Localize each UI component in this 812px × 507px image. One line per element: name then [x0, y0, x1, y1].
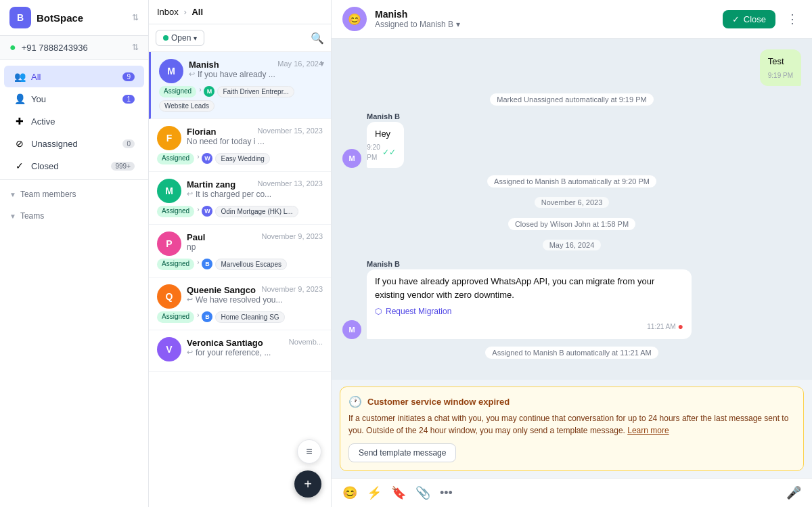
mic-icon[interactable]: 🎤 [786, 485, 801, 500]
open-filter-label: Open [171, 33, 191, 43]
inbox-preview-martin: ↩ It is charged per co... [187, 190, 323, 199]
sidebar-item-unassigned[interactable]: ⊘ Unassigned 0 [4, 133, 144, 154]
attachment-icon[interactable]: 📎 [415, 485, 430, 500]
sidebar-item-closed[interactable]: ✓ Closed 999+ [4, 155, 144, 177]
inbox-tags-manish: Assigned › M Faith Driven Entrepr... Web… [159, 86, 323, 112]
inbox-name-florian: Florian [187, 127, 216, 137]
tag-arrow-martin: › [197, 206, 199, 217]
teams-section: ▼ Teams [0, 204, 148, 226]
inbox-item-manish[interactable]: M Manish May 16, 2024 ↩ If you have alre… [149, 52, 331, 119]
teams-chevron-icon: ▼ [9, 213, 16, 220]
system-text-assigned-1121: Assigned to Manish B automatically at 11… [485, 347, 658, 359]
msg-avatar-manishb2: M [342, 320, 361, 339]
emoji-icon[interactable]: 😊 [342, 485, 357, 500]
filter-fab-button[interactable]: ≡ [297, 439, 321, 464]
avatar-veronica: V [157, 337, 181, 361]
expand-button-manish[interactable]: ▾ [320, 59, 324, 68]
tag-marvellous: Marvellous Escapes [215, 259, 286, 270]
tag-odin: Odin Mortgage (HK) L... [215, 206, 298, 217]
tag-arrow-f: › [197, 153, 199, 164]
tag-faith: Faith Driven Entrepr... [217, 86, 294, 97]
brand-name: BotSpace [37, 12, 127, 24]
error-icon: ● [678, 319, 683, 334]
teams-toggle[interactable]: ▼ Teams [9, 208, 139, 223]
inbox-item-meta-paul: Paul November 9, 2023 np [187, 232, 323, 256]
agent-dot-m: M [204, 86, 215, 97]
request-migration-link[interactable]: ⬡ Request Migration [375, 305, 683, 317]
brand-chevron-icon[interactable]: ⇅ [132, 13, 139, 22]
warning-text: If a customer initiates a chat with you,… [348, 412, 795, 437]
nav-badge-you: 1 [122, 95, 135, 104]
message-bubble-test: Test 9:19 PM [760, 49, 801, 86]
system-text-assigned-manish: Assigned to Manish B automatically at 9:… [487, 175, 656, 188]
system-msg-unassigned: Marked Unassigned automatically at 9:19 … [342, 93, 801, 106]
inbox-preview-queenie: ↩ We have resolved you... [187, 295, 323, 305]
open-filter-button[interactable]: Open ▾ [156, 30, 204, 46]
team-members-toggle[interactable]: ▼ Team members [9, 187, 139, 202]
assigned-chevron-icon[interactable]: ▾ [456, 20, 460, 29]
breadcrumb-inbox: Inbox [157, 7, 179, 17]
you-icon: 👤 [14, 93, 26, 105]
tag-assigned-paul: Assigned [157, 259, 194, 270]
inbox-item-florian[interactable]: F Florian November 15, 2023 No need for … [149, 119, 331, 172]
inbox-item-meta-martin: Martin zang November 13, 2023 ↩ It is ch… [187, 179, 323, 203]
check-icon: ✓ [732, 14, 740, 24]
reply-icon-q: ↩ [187, 295, 193, 304]
message-time-test: 9:19 PM [768, 70, 793, 81]
message-text-hey: Hey [375, 127, 396, 141]
chat-header: 😊 Manish Assigned to Manish B ▾ ✓ Close … [332, 0, 812, 39]
chat-contact-name: Manish [375, 9, 715, 20]
chat-contact-info: Manish Assigned to Manish B ▾ [375, 9, 715, 29]
date-label-november: November 6, 2023 [535, 197, 610, 208]
preview-text-manish: If you have already ... [198, 70, 275, 79]
avatar-paul: P [157, 232, 181, 256]
tag-website-leads: Website Leads [159, 100, 215, 112]
sidebar-header: B BotSpace ⇅ [0, 0, 148, 36]
inbox-time-manish: May 16, 2024 [277, 60, 323, 70]
team-members-label: Team members [20, 190, 76, 199]
inbox-list: M Manish May 16, 2024 ↩ If you have alre… [149, 52, 331, 372]
more-icons[interactable]: ••• [440, 486, 453, 500]
quick-reply-icon[interactable]: ⚡ [367, 485, 382, 500]
inbox-preview-veronica: ↩ for your reference, ... [187, 348, 323, 357]
sidebar-item-active[interactable]: ✚ Active [4, 110, 144, 132]
sidebar-item-you[interactable]: 👤 You 1 [4, 88, 144, 110]
msg-sender-migration: Manish B [367, 260, 692, 268]
learn-more-link[interactable]: Learn more [627, 426, 669, 435]
chat-contact-avatar: 😊 [342, 7, 367, 31]
inbox-item-meta-manish: Manish May 16, 2024 ↩ If you have alread… [189, 60, 323, 83]
warning-header: 🕐 Customer service window expired [348, 395, 795, 408]
inbox-tags-queenie: Assigned › B Home Cleaning SG [157, 311, 323, 323]
preview-text-queenie: We have resolved you... [196, 295, 283, 305]
message-test: Test 9:19 PM [342, 49, 801, 86]
system-msg-assigned-1121: Assigned to Manish B automatically at 11… [342, 346, 801, 359]
avatar-martin: M [157, 179, 181, 203]
search-button[interactable]: 🔍 [311, 32, 324, 45]
inbox-item-veronica[interactable]: V Veronica Santiago Novemb... ↩ for your… [149, 330, 331, 372]
phone-selector[interactable]: ● +91 7888243936 ⇅ [0, 36, 148, 60]
preview-text-paul: np [187, 242, 196, 252]
closed-icon: ✓ [14, 160, 26, 172]
team-members-section: ▼ Team members [0, 183, 148, 204]
inbox-item-paul[interactable]: P Paul November 9, 2023 np Assig [149, 225, 331, 278]
close-conversation-button[interactable]: ✓ Close [723, 10, 775, 28]
agent-dot-w: W [202, 153, 212, 164]
system-msg-assigned-manish: Assigned to Manish B automatically at 9:… [342, 175, 801, 188]
compose-button[interactable]: + [294, 470, 321, 498]
nav-label-closed: Closed [31, 161, 106, 171]
bookmark-icon[interactable]: 🔖 [391, 485, 406, 500]
nav-badge-all: 9 [122, 72, 135, 81]
sidebar-item-all[interactable]: 👥 All 9 [4, 66, 144, 87]
chat-panel: 😊 Manish Assigned to Manish B ▾ ✓ Close … [332, 0, 812, 507]
inbox-item-martin[interactable]: M Martin zang November 13, 2023 ↩ It is … [149, 172, 331, 225]
reply-icon: ↩ [189, 70, 195, 79]
send-template-button[interactable]: Send template message [348, 443, 456, 462]
chat-messages: Test 9:19 PM Marked Unassigned automatic… [332, 39, 812, 380]
nav-badge-unassigned: 0 [122, 139, 135, 148]
inbox-time-martin: November 13, 2023 [257, 179, 323, 190]
more-options-button[interactable]: ⋮ [784, 9, 801, 29]
message-text-test: Test [768, 55, 793, 68]
inbox-item-queenie[interactable]: Q Queenie Sangco November 9, 2023 ↩ We h… [149, 278, 331, 330]
nav-label-active: Active [31, 116, 135, 127]
sidebar: B BotSpace ⇅ ● +91 7888243936 ⇅ 👥 All 9 … [0, 0, 149, 507]
